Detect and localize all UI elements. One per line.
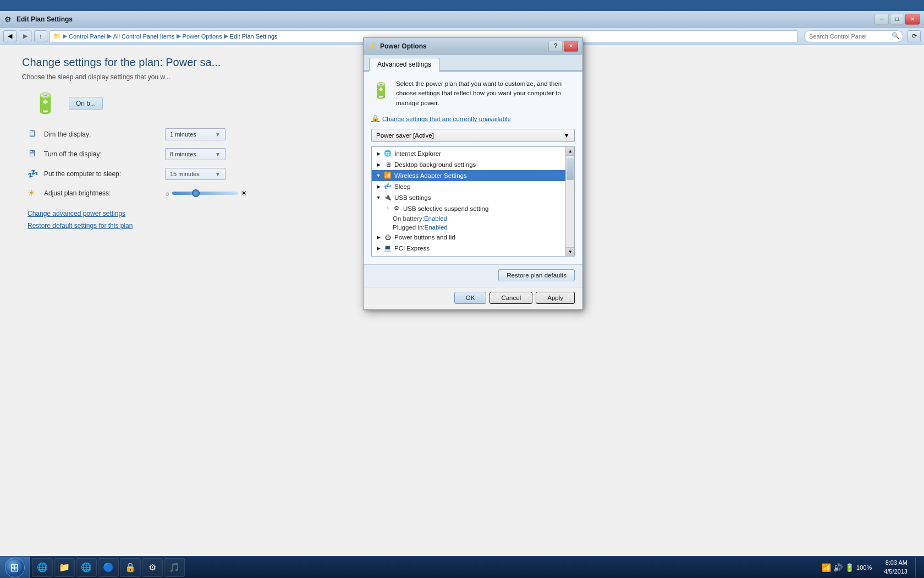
- taskbar-item-4[interactable]: 🔒: [120, 558, 141, 577]
- dialog-action-buttons: OK Cancel Apply: [364, 287, 582, 309]
- dim-display-label: Dim the display:: [44, 130, 165, 138]
- turnoff-display-value[interactable]: 8 minutes ▼: [165, 148, 226, 160]
- maximize-button[interactable]: □: [890, 14, 904, 25]
- scroll-up-button[interactable]: ▲: [566, 147, 575, 156]
- tree-item-on-battery[interactable]: On battery: Enabled: [372, 214, 565, 223]
- slider-track[interactable]: [172, 192, 238, 195]
- tree-item-usb[interactable]: ▼ 🔌 USB settings: [372, 192, 565, 203]
- tree-expand-processor: ▶: [375, 256, 382, 257]
- power-options-dialog: ⚡ Power Options ? ✕ Advanced settings 🔋 …: [363, 37, 583, 310]
- tree-label-wireless: Wireless Adapter Settings: [394, 172, 467, 179]
- taskbar-item-6[interactable]: 🎵: [164, 558, 185, 577]
- tree-label-usb-selective: USB selective suspend setting: [403, 205, 488, 212]
- brightness-label: Adjust plan brightness:: [44, 189, 165, 197]
- tree-item-desktop[interactable]: ▶ 🖥 Desktop background settings: [372, 159, 565, 170]
- dialog-footer: Restore plan defaults: [364, 264, 582, 287]
- cancel-button[interactable]: Cancel: [490, 292, 532, 304]
- scroll-down-button[interactable]: ▼: [566, 247, 575, 256]
- taskbar-item-1[interactable]: 📁: [54, 558, 75, 577]
- sleep-value[interactable]: 15 minutes ▼: [165, 168, 226, 180]
- window-icon: ⚙: [4, 15, 13, 24]
- taskbar-item-3[interactable]: 🔵: [98, 558, 119, 577]
- ok-button[interactable]: OK: [454, 292, 487, 304]
- plan-dropdown[interactable]: Power saver [Active] ▼: [371, 129, 575, 142]
- tree-expand-desktop: ▶: [375, 161, 382, 168]
- tree-item-pci[interactable]: ▶ 💻 PCI Express: [372, 243, 565, 254]
- wireless-icon: 📶: [383, 171, 392, 180]
- back-button[interactable]: ◀: [3, 30, 16, 42]
- breadcrumb-control-panel[interactable]: Control Panel: [69, 33, 106, 40]
- tab-strip: Advanced settings: [364, 54, 582, 72]
- clock[interactable]: 8:03 AM 4/5/2013: [881, 559, 911, 576]
- tree-expand-sleep: ▶: [375, 183, 382, 190]
- tree-scrollbar[interactable]: ▲ ▼: [565, 147, 574, 256]
- tree-expand-usb: ▼: [375, 194, 382, 201]
- usb-icon: 🔌: [383, 193, 392, 202]
- show-desktop-button[interactable]: [915, 558, 920, 577]
- taskbar-item-5[interactable]: ⚙: [142, 558, 163, 577]
- apply-button[interactable]: Apply: [536, 292, 575, 304]
- dialog-titlebar[interactable]: ⚡ Power Options ? ✕: [364, 38, 582, 54]
- taskbar-icon-2: 🌐: [81, 562, 92, 573]
- clock-time: 8:03 AM: [884, 559, 908, 567]
- breadcrumb-all-items[interactable]: All Control Panel Items: [113, 33, 175, 40]
- tree-item-power-buttons[interactable]: ▶ ⏻ Power buttons and lid: [372, 232, 565, 243]
- sleep-label: Put the computer to sleep:: [44, 170, 165, 178]
- main-window-title: Edit Plan Settings: [16, 15, 875, 23]
- dropdown-arrow-icon: ▼: [564, 132, 570, 139]
- taskbar-icon-3: 🔵: [103, 562, 114, 573]
- tree-container: ▶ 🌐 Internet Explorer ▶ 🖥 Desktop backgr…: [371, 146, 575, 257]
- close-button[interactable]: ✕: [905, 14, 920, 25]
- tray-battery-icon[interactable]: 🔋: [845, 563, 854, 572]
- change-link-text: Change settings that are currently unava…: [382, 116, 511, 122]
- tree-label-power-buttons: Power buttons and lid: [394, 234, 455, 241]
- tray-network-icon[interactable]: 📶: [822, 563, 831, 572]
- brightness-icon: ☀: [28, 188, 38, 199]
- brightness-slider[interactable]: ☼ ☀: [165, 189, 248, 198]
- tree-value-on-battery: Enabled: [424, 215, 447, 222]
- start-orb: ⊞: [5, 558, 25, 577]
- dialog-content: 🔋 Select the power plan that you want to…: [364, 72, 582, 264]
- change-settings-link[interactable]: 🔒 Change settings that are currently una…: [371, 114, 575, 123]
- breadcrumb-power-options[interactable]: Power Options: [183, 33, 222, 40]
- turnoff-display-label: Turn off the display:: [44, 150, 165, 158]
- change-link-icon: 🔒: [371, 114, 380, 123]
- dialog-close-button[interactable]: ✕: [564, 41, 578, 52]
- search-input[interactable]: [804, 30, 903, 42]
- taskbar-item-0[interactable]: 🌐: [32, 558, 53, 577]
- taskbar-icon-5: ⚙: [147, 562, 158, 573]
- tree-item-ie[interactable]: ▶ 🌐 Internet Explorer: [372, 148, 565, 159]
- tray-volume-icon[interactable]: 🔊: [833, 563, 843, 572]
- scroll-thumb[interactable]: [566, 158, 574, 180]
- desktop-icon: 🖥: [383, 160, 392, 169]
- restore-plan-defaults-button[interactable]: Restore plan defaults: [498, 269, 575, 281]
- start-button[interactable]: ⊞: [0, 557, 30, 578]
- forward-button[interactable]: ▶: [19, 30, 32, 42]
- sleep-icon: 💤: [28, 168, 38, 179]
- taskbar-item-2[interactable]: 🌐: [76, 558, 97, 577]
- tree-item-processor[interactable]: ▶ ⚙ Processor power management: [372, 254, 565, 257]
- power-buttons-icon: ⏻: [383, 233, 392, 242]
- tree-label-pci: PCI Express: [394, 245, 430, 252]
- tree-list: ▶ 🌐 Internet Explorer ▶ 🖥 Desktop backgr…: [372, 147, 565, 257]
- tree-label-plugged-in: Plugged in:: [393, 224, 425, 231]
- dialog-help-button[interactable]: ?: [548, 41, 563, 52]
- advanced-settings-tab[interactable]: Advanced settings: [369, 58, 439, 72]
- tree-item-sleep[interactable]: ▶ 💤 Sleep: [372, 181, 565, 192]
- refresh-button[interactable]: ⟳: [908, 30, 921, 42]
- tree-item-usb-selective[interactable]: └ ⚙ USB selective suspend setting: [372, 203, 565, 214]
- dialog-title-buttons: ? ✕: [548, 41, 578, 52]
- tree-value-plugged-in: Enabled: [425, 224, 448, 231]
- slider-thumb[interactable]: [192, 189, 200, 197]
- tree-label-ie: Internet Explorer: [394, 150, 441, 157]
- sleep-tree-icon: 💤: [383, 182, 392, 191]
- tree-label-processor: Processor power management: [394, 256, 481, 257]
- brightness-sun-high: ☀: [240, 189, 248, 198]
- dim-display-value[interactable]: 1 minutes ▼: [165, 128, 226, 140]
- tree-expand-wireless: ▼: [375, 172, 382, 179]
- up-button[interactable]: ↑: [34, 30, 47, 42]
- tree-item-plugged-in[interactable]: Plugged in: Enabled: [372, 223, 565, 232]
- minimize-button[interactable]: ─: [875, 14, 889, 25]
- tree-item-wireless[interactable]: ▼ 📶 Wireless Adapter Settings: [372, 170, 565, 181]
- tree-expand-pci: ▶: [375, 245, 382, 252]
